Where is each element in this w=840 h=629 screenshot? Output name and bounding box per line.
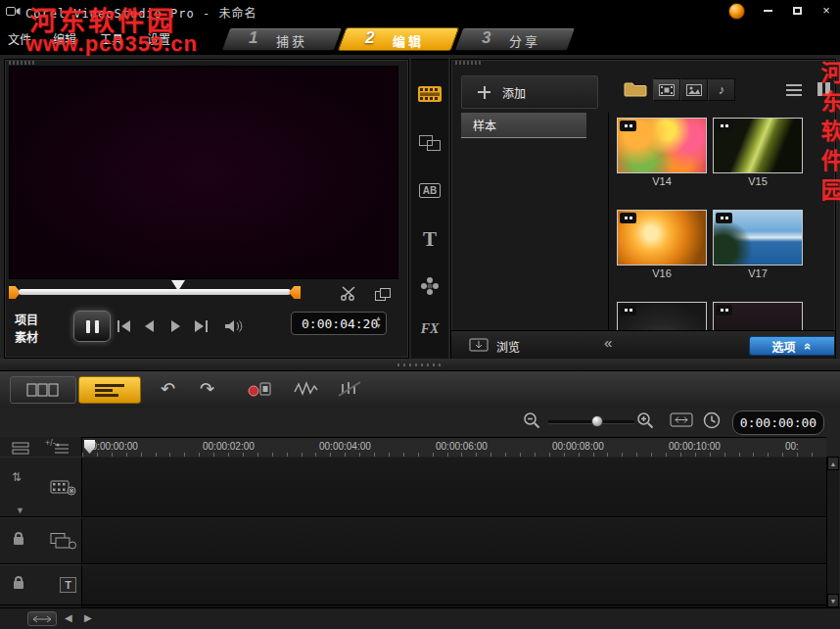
horizontal-splitter[interactable] [0, 359, 840, 370]
trim-end-handle[interactable] [289, 286, 301, 299]
volume-icon[interactable] [222, 316, 246, 336]
timeline-tracks-area[interactable] [82, 457, 826, 607]
playhead-handle[interactable] [171, 280, 185, 298]
end-frame-icon[interactable] [189, 316, 212, 336]
thumbnail-v14[interactable] [618, 119, 706, 172]
thumbnail-label-v15: V15 [714, 175, 802, 187]
scrub-bar[interactable] [19, 289, 291, 295]
library-panel: 添加 ♪ 样本 V14 V15 [450, 59, 836, 359]
zoom-slider-handle[interactable] [591, 415, 603, 427]
filter-video-icon[interactable] [653, 78, 680, 101]
thumbnail-label-v17: V17 [714, 267, 802, 279]
browse-label[interactable]: 浏览 [496, 338, 520, 355]
fit-timeline-icon[interactable] [670, 411, 693, 428]
minimize-button[interactable] [756, 2, 779, 19]
timeline-view-button[interactable] [78, 376, 141, 404]
storyboard-view-button[interactable] [10, 376, 76, 404]
filter-photo-icon[interactable] [680, 78, 708, 101]
sort-view-icon[interactable] [817, 82, 830, 96]
filter-fx-icon[interactable]: FX [411, 310, 448, 349]
overlay-track-header[interactable] [0, 517, 82, 564]
menu-file[interactable]: 文件 [8, 30, 31, 47]
scroll-down-icon[interactable]: ▼ [827, 594, 839, 607]
video-track-icon [50, 478, 76, 496]
plus-icon [478, 86, 490, 99]
sound-mixer-icon[interactable] [337, 380, 362, 398]
pause-icon [95, 320, 99, 333]
folder-icon[interactable] [624, 80, 647, 97]
collapse-library-icon[interactable]: « [604, 334, 612, 351]
redo-button[interactable]: ↷ [200, 378, 214, 400]
prev-frame-icon[interactable] [138, 316, 162, 336]
maximize-icon [793, 7, 802, 15]
title-track-header[interactable]: T [0, 564, 82, 605]
menu-tools[interactable]: 工具 [100, 30, 123, 47]
next-frame-icon[interactable] [163, 316, 187, 336]
overlay-lock-icon[interactable] [14, 537, 23, 545]
title-track-lane[interactable] [82, 564, 826, 605]
overlay-track-lane[interactable] [82, 517, 826, 564]
media-library-icon[interactable] [411, 74, 448, 114]
video-badge-icon [620, 213, 636, 223]
tab-edit[interactable]: 2 编辑 [342, 27, 455, 51]
scroll-right-icon[interactable]: ▶ [84, 612, 92, 623]
sound-wave-icon[interactable] [294, 380, 319, 398]
menu-settings[interactable]: 设置 [147, 30, 170, 47]
video-badge-icon [716, 213, 732, 223]
tab-share[interactable]: 3 分享 [458, 27, 572, 51]
timeline-ruler[interactable]: 00:00:00:00 00:00:02:00 00:00:04:00 00:0… [82, 437, 826, 459]
title-lock-icon[interactable] [14, 581, 23, 589]
expand-track-icon[interactable]: ▼ [16, 506, 24, 515]
enlarge-preview-icon[interactable] [375, 288, 391, 301]
enlarge-frame-front [380, 288, 391, 298]
record-capture-icon[interactable] [247, 380, 272, 400]
video-badge-icon [620, 305, 636, 315]
menu-edit[interactable]: 编辑 [53, 30, 76, 47]
split-clip-icon[interactable] [340, 285, 357, 301]
project-mode-label[interactable]: 项目 [15, 311, 38, 327]
maximize-button[interactable] [785, 2, 809, 19]
track-header-column: +/- ⇅ ▼ T [0, 437, 82, 607]
vertical-scrollbar[interactable]: ▲ ▼ [826, 457, 839, 607]
step-tabs: 1 捕获 2 编辑 3 分享 [225, 27, 575, 51]
swap-tracks-icon[interactable]: ⇅ [12, 470, 22, 484]
zoom-in-icon[interactable] [636, 411, 655, 430]
instant-project-icon[interactable] [411, 123, 448, 163]
play-pause-button[interactable] [73, 311, 111, 342]
thumbnail-v16[interactable] [618, 211, 706, 265]
home-frame-icon[interactable] [113, 316, 136, 336]
timeline-zoom-row: 0:00:00:00 [0, 408, 840, 435]
fit-project-button[interactable] [27, 611, 57, 626]
close-button[interactable]: × [815, 2, 838, 19]
add-folder-button[interactable]: 添加 [461, 75, 598, 109]
timecode-down-icon[interactable]: ▼ [375, 322, 382, 330]
list-view-icon[interactable] [786, 84, 802, 96]
scroll-left-icon[interactable]: ◀ [65, 612, 72, 623]
app-logo-icon [6, 5, 21, 18]
thumbnail-v15[interactable] [714, 119, 802, 172]
undo-button[interactable]: ↶ [161, 378, 175, 400]
tab-capture[interactable]: 1 捕获 [225, 27, 339, 51]
filter-audio-icon[interactable]: ♪ [708, 78, 735, 101]
zoom-slider[interactable] [548, 415, 634, 427]
title-icon[interactable]: T [411, 219, 448, 259]
scroll-up-icon[interactable]: ▲ [827, 457, 839, 470]
video-track-lane[interactable] [82, 457, 826, 517]
options-button[interactable]: 选项 « [749, 336, 834, 356]
gallery-folder-tab[interactable]: 样本 [461, 113, 586, 138]
track-manager-icon[interactable] [12, 442, 29, 456]
zoom-out-icon[interactable] [523, 411, 541, 430]
timecode-up-icon[interactable]: ▲ [375, 314, 382, 322]
graphic-icon[interactable] [411, 266, 448, 306]
pause-icon [86, 320, 90, 333]
duration-clock-icon[interactable] [703, 411, 722, 430]
browse-icon[interactable] [469, 337, 489, 353]
video-track-header[interactable]: ⇅ ▼ [0, 457, 82, 517]
transition-icon[interactable]: AB [411, 170, 448, 210]
clip-mode-label[interactable]: 素材 [15, 328, 38, 345]
ruler-label: 00:00:08:00 [552, 441, 604, 452]
thumbnail-v17[interactable] [714, 211, 802, 265]
chapter-point-icon[interactable] [53, 442, 70, 456]
splitter-grip [397, 363, 443, 366]
preview-panel: 项目 素材 0:00:04:20 ▲ ▼ [4, 59, 409, 359]
